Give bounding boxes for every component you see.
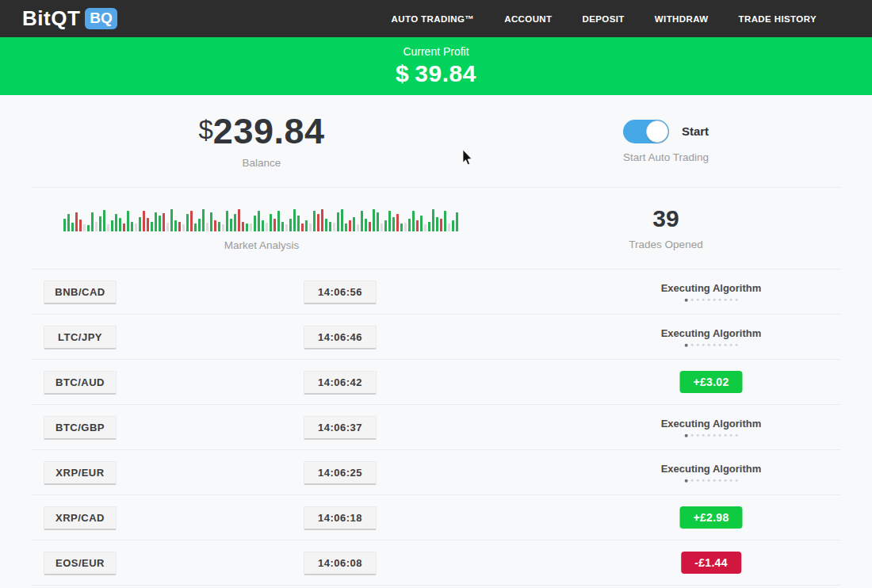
market-bar [250, 223, 252, 231]
progress-dot [729, 434, 732, 437]
auto-trading-toggle[interactable] [623, 120, 669, 143]
market-bar [234, 214, 236, 231]
market-bar [206, 223, 208, 231]
market-analysis-chart [63, 206, 460, 231]
market-bar [321, 209, 323, 231]
market-bar [285, 224, 288, 231]
market-bar [384, 220, 387, 231]
market-bar [436, 217, 438, 231]
progress-dot [729, 299, 732, 301]
market-bar [127, 211, 129, 231]
table-row: XRP/CAD14:06:18+£2.98 [32, 495, 840, 540]
market-bar [396, 214, 399, 231]
market-bar [254, 216, 256, 231]
executing-algorithm-label: Executing Algorithm [661, 327, 762, 339]
trades-table: BNB/CAD14:06:56Executing AlgorithmLTC/JP… [32, 269, 840, 586]
balance-value: $239.84 [199, 113, 325, 149]
trade-result: Executing Algorithm [661, 418, 762, 437]
market-bar [365, 219, 367, 231]
market-bar [87, 225, 90, 231]
profit-badge: +£2.98 [679, 506, 742, 529]
time-chip: 14:06:18 [304, 506, 377, 530]
trade-result: -£1.44 [681, 552, 741, 574]
market-bar [305, 220, 308, 231]
progress-dot [713, 479, 715, 482]
market-bar [186, 214, 189, 231]
market-bar [83, 224, 86, 231]
market-bar [444, 211, 446, 231]
nav-trade-history[interactable]: TRADE HISTORY [739, 14, 817, 24]
progress-dot [696, 299, 698, 301]
nav-auto-trading[interactable]: AUTO TRADING™ [392, 14, 475, 24]
toggle-knob [646, 120, 668, 143]
market-bar [297, 216, 300, 231]
market-bar [63, 219, 66, 231]
market-bar [159, 216, 161, 231]
progress-dot [684, 479, 687, 482]
nav-withdraw[interactable]: WITHDRAW [655, 14, 709, 24]
auto-trading-sublabel: Start Auto Trading [623, 151, 709, 163]
balance-section: $239.84 Balance Start Start Auto Trading [32, 95, 840, 188]
progress-dot [729, 344, 732, 346]
logo-badge: BQ [85, 8, 117, 29]
market-bar [210, 212, 212, 231]
market-bar [163, 213, 165, 231]
progress-dot [707, 434, 709, 437]
progress-dot [724, 479, 726, 482]
bitqt-logo[interactable]: BitQT BQ [22, 6, 117, 31]
table-row: BTC/GBP14:06:37Executing Algorithm [32, 405, 840, 450]
progress-dot [696, 434, 698, 437]
current-profit-value: $39.84 [396, 60, 476, 87]
market-bar [456, 212, 458, 231]
market-analysis-block: Market Analysis [32, 188, 491, 269]
market-bar [182, 224, 185, 231]
progress-dot [690, 344, 693, 346]
market-bar [361, 211, 363, 231]
progress-dot [724, 344, 726, 346]
progress-dots [661, 344, 762, 347]
progress-dot [713, 434, 715, 437]
market-bar [258, 211, 260, 231]
progress-dot [718, 299, 721, 301]
time-chip: 14:06:25 [304, 461, 377, 485]
profit-amount: 39.84 [415, 60, 476, 86]
toggle-row: Start [623, 120, 709, 143]
market-bar [353, 217, 355, 231]
market-bar [329, 222, 331, 231]
market-bar [309, 223, 312, 231]
market-bar [424, 224, 426, 231]
market-bar [325, 219, 327, 231]
market-bar [170, 209, 173, 231]
trade-result: +£2.98 [679, 506, 742, 529]
market-bar [392, 217, 395, 231]
market-bar [75, 212, 78, 231]
nav-deposit[interactable]: DEPOSIT [583, 14, 625, 24]
progress-dot [690, 434, 693, 437]
market-bar [404, 223, 407, 231]
table-row: XRP/EUR14:06:25Executing Algorithm [32, 450, 840, 495]
market-bar [111, 220, 113, 231]
top-navigation-bar: BitQT BQ AUTO TRADING™ ACCOUNT DEPOSIT W… [0, 0, 872, 37]
market-bar [139, 217, 141, 231]
pair-chip: XRP/EUR [44, 461, 117, 485]
executing-algorithm-label: Executing Algorithm [661, 463, 762, 475]
progress-dot [713, 299, 715, 301]
progress-dot [718, 479, 721, 482]
market-bar [420, 216, 423, 231]
trade-result: Executing Algorithm [661, 463, 762, 483]
market-bar [270, 214, 272, 231]
balance-label: Balance [243, 157, 281, 169]
market-bar [333, 223, 335, 231]
market-bar [357, 224, 359, 231]
market-bar [174, 220, 177, 231]
market-bar [230, 219, 232, 231]
current-profit-label: Current Profit [403, 45, 469, 58]
progress-dot [724, 299, 726, 301]
market-bar [103, 210, 105, 231]
nav-account[interactable]: ACCOUNT [504, 14, 552, 24]
progress-dot [702, 479, 704, 482]
time-chip: 14:06:08 [304, 552, 377, 575]
table-row: BNB/CAD14:06:56Executing Algorithm [32, 269, 840, 315]
market-bar [71, 223, 74, 231]
main-nav: AUTO TRADING™ ACCOUNT DEPOSIT WITHDRAW T… [392, 14, 817, 24]
